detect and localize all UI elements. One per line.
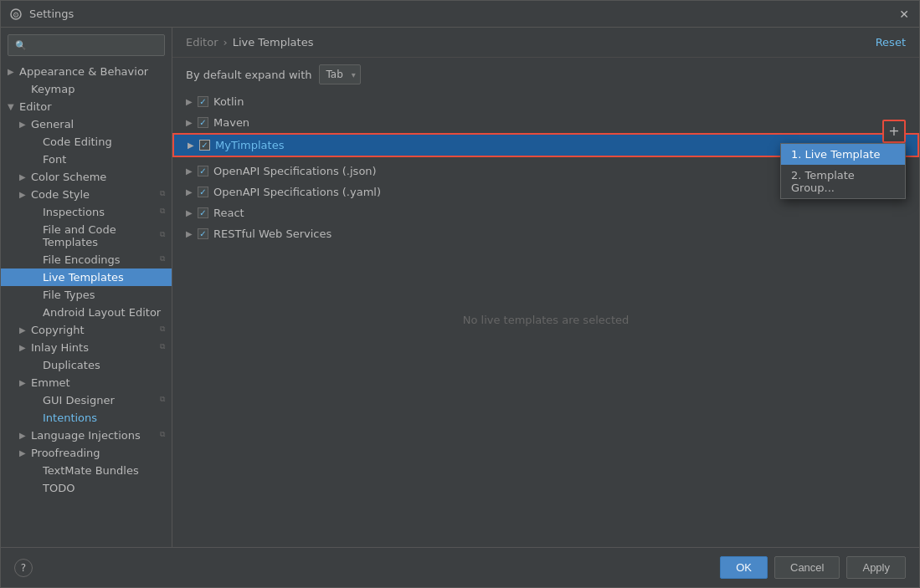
toolbar-row: By default expand with Tab <box>172 58 919 91</box>
breadcrumb: Editor › Live Templates <box>186 36 313 49</box>
close-button[interactable]: ✕ <box>897 8 911 21</box>
sidebar-item-file-code-templates[interactable]: File and Code Templates ⧉ <box>1 221 172 251</box>
breadcrumb-parent: Editor <box>186 36 218 49</box>
sidebar-item-proofreading[interactable]: ▶ Proofreading <box>1 444 172 462</box>
group-checkbox-react[interactable] <box>198 207 208 218</box>
arrow-icon: ▶ <box>19 378 31 387</box>
group-checkbox-maven[interactable] <box>198 117 208 128</box>
dropdown-item-live-template[interactable]: 1. Live Template <box>781 144 905 165</box>
settings-window: ⚙ Settings ✕ 🔍 ▶ Appearance & Behavior <box>0 0 920 588</box>
add-button[interactable]: + <box>882 120 906 143</box>
search-box[interactable]: 🔍 <box>8 34 165 56</box>
sidebar-item-font[interactable]: Font <box>1 151 172 168</box>
external-icon: ⧉ <box>160 207 172 218</box>
external-icon: ⧉ <box>160 254 172 266</box>
expand-value: Tab <box>326 69 343 80</box>
sidebar-item-appearance[interactable]: ▶ Appearance & Behavior <box>1 63 172 80</box>
sidebar-item-inspections[interactable]: Inspections ⧉ <box>1 203 172 221</box>
sidebar-item-language-injections[interactable]: ▶ Language Injections ⧉ <box>1 427 172 444</box>
group-kotlin[interactable]: ▶ Kotlin <box>172 91 919 112</box>
arrow-icon: ▶ <box>19 190 31 199</box>
app-icon: ⚙ <box>9 8 23 21</box>
sidebar-item-copyright[interactable]: ▶ Copyright ⧉ <box>1 321 172 339</box>
group-maven[interactable]: ▶ Maven <box>172 112 919 133</box>
sidebar-item-general[interactable]: ▶ General <box>1 115 172 133</box>
expand-label: By default expand with <box>186 69 312 81</box>
external-icon: ⧉ <box>160 189 172 201</box>
arrow-icon: ▶ <box>19 172 31 182</box>
group-arrow-icon: ▶ <box>186 187 198 197</box>
help-icon: ? <box>21 562 26 574</box>
group-name-mytemplates: MyTimplates <box>215 139 284 151</box>
external-icon: ⧉ <box>160 325 172 336</box>
sidebar-item-textmate-bundles[interactable]: TextMate Bundles <box>1 462 172 479</box>
search-input[interactable] <box>30 39 157 51</box>
action-buttons: + 1. Live Template 2. Template Group... … <box>882 120 906 173</box>
plus-dropdown: 1. Live Template 2. Template Group... <box>780 143 906 199</box>
group-arrow-icon: ▶ <box>186 208 198 217</box>
help-button[interactable]: ? <box>14 559 33 577</box>
arrow-icon: ▶ <box>8 67 19 76</box>
group-checkbox-kotlin[interactable] <box>198 96 208 107</box>
group-arrow-icon: ▶ <box>186 229 198 238</box>
sidebar-item-code-editing[interactable]: Code Editing <box>1 133 172 151</box>
main-panel: Editor › Live Templates Reset By default… <box>172 28 919 547</box>
sidebar-item-color-scheme[interactable]: ▶ Color Scheme <box>1 168 172 186</box>
cancel-button[interactable]: Cancel <box>774 556 840 579</box>
group-checkbox-openapi-json[interactable] <box>198 166 208 176</box>
window-title: Settings <box>29 8 897 20</box>
group-checkbox-restful[interactable] <box>198 228 208 239</box>
sidebar-item-keymap[interactable]: Keymap <box>1 80 172 98</box>
group-checkbox-mytemplates[interactable] <box>199 140 210 151</box>
breadcrumb-separator: › <box>223 36 227 49</box>
sidebar: 🔍 ▶ Appearance & Behavior Keymap ▼ Edit <box>1 28 172 547</box>
sidebar-item-editor[interactable]: ▼ Editor <box>1 98 172 115</box>
arrow-icon: ▶ <box>19 448 31 458</box>
group-restful[interactable]: ▶ RESTful Web Services <box>172 223 919 244</box>
group-checkbox-openapi-yaml[interactable] <box>198 187 208 197</box>
group-arrow-icon: ▶ <box>186 97 198 106</box>
sidebar-item-code-style[interactable]: ▶ Code Style ⧉ <box>1 186 172 203</box>
arrow-icon: ▶ <box>19 325 31 335</box>
sidebar-item-emmet[interactable]: ▶ Emmet <box>1 374 172 391</box>
reset-button[interactable]: Reset <box>876 36 906 49</box>
group-name-react: React <box>213 207 244 219</box>
sidebar-item-todo[interactable]: TODO <box>1 479 172 497</box>
bottom-bar: ? OK Cancel Apply <box>1 547 919 587</box>
arrow-icon: ▼ <box>8 102 19 111</box>
group-name-openapi-json: OpenAPI Specifications (.json) <box>213 165 377 177</box>
sidebar-item-file-types[interactable]: File Types <box>1 286 172 304</box>
external-icon: ⧉ <box>160 230 172 242</box>
group-name-kotlin: Kotlin <box>213 95 244 108</box>
no-templates-message: No live templates are selected <box>463 313 629 325</box>
apply-button[interactable]: Apply <box>846 556 906 579</box>
group-react[interactable]: ▶ React <box>172 202 919 223</box>
plus-icon: + <box>888 125 899 138</box>
group-arrow-icon: ▶ <box>186 166 198 176</box>
ok-button[interactable]: OK <box>720 556 768 579</box>
search-icon: 🔍 <box>15 40 27 51</box>
group-name-openapi-yaml: OpenAPI Specifications (.yaml) <box>213 186 381 198</box>
sidebar-item-android-layout-editor[interactable]: Android Layout Editor <box>1 304 172 321</box>
sidebar-item-duplicates[interactable]: Duplicates <box>1 356 172 374</box>
arrow-icon: ▶ <box>19 431 31 440</box>
svg-text:⚙: ⚙ <box>13 11 19 19</box>
arrow-icon: ▶ <box>19 120 31 129</box>
group-name-restful: RESTful Web Services <box>213 228 332 240</box>
group-name-maven: Maven <box>213 116 249 129</box>
sidebar-item-file-encodings[interactable]: File Encodings ⧉ <box>1 251 172 268</box>
sidebar-item-intentions[interactable]: Intentions <box>1 409 172 427</box>
group-arrow-icon: ▶ <box>186 118 198 127</box>
main-header: Editor › Live Templates Reset <box>172 28 919 58</box>
breadcrumb-current: Live Templates <box>233 36 314 49</box>
dialog-buttons: OK Cancel Apply <box>720 556 906 579</box>
external-icon: ⧉ <box>160 395 172 406</box>
sidebar-item-gui-designer[interactable]: GUI Designer ⧉ <box>1 391 172 409</box>
template-group-label: 2. Template Group... <box>791 169 895 194</box>
sidebar-item-live-templates[interactable]: Live Templates <box>1 268 172 286</box>
live-template-label: 1. Live Template <box>791 148 881 161</box>
expand-dropdown[interactable]: Tab <box>319 64 361 84</box>
sidebar-item-inlay-hints[interactable]: ▶ Inlay Hints ⧉ <box>1 339 172 356</box>
dropdown-item-template-group[interactable]: 2. Template Group... <box>781 165 905 198</box>
external-icon: ⧉ <box>160 430 172 442</box>
